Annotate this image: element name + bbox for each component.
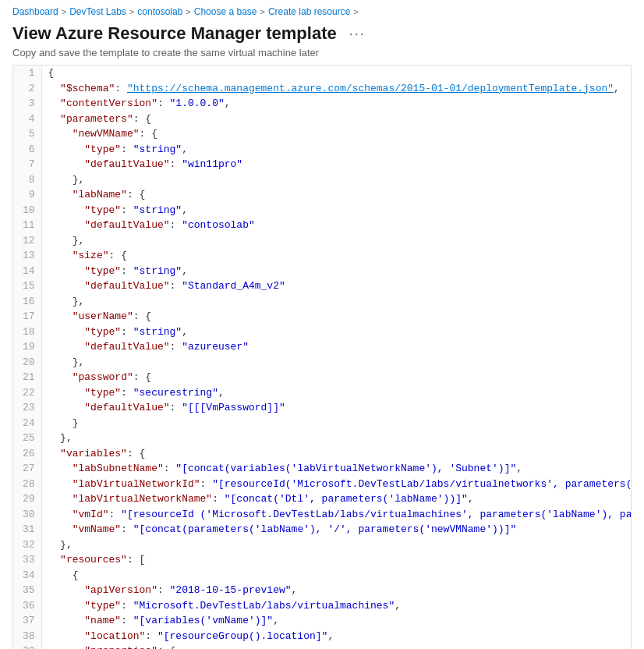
table-row: 34 { [13, 568, 632, 583]
line-number: 8 [13, 172, 41, 188]
line-number: 4 [13, 112, 41, 127]
table-row: 29 "labVirtualNetworkName": "[concat('Dt… [13, 491, 632, 507]
more-options-button[interactable]: ··· [345, 24, 370, 44]
code-container: 1{2 "$schema": "https://schema.managemen… [12, 65, 632, 649]
line-number: 33 [13, 552, 41, 568]
line-number: 39 [13, 644, 41, 649]
line-number: 7 [13, 157, 41, 172]
line-content: "location": "[resourceGroup().location]"… [41, 629, 632, 644]
line-content: }, [41, 172, 632, 188]
line-number: 25 [13, 431, 41, 446]
line-content: "defaultValue": "azureuser" [41, 339, 632, 355]
line-number: 30 [13, 507, 41, 523]
line-content: "variables": { [41, 446, 632, 462]
line-content: "type": "string", [41, 264, 632, 279]
table-row: 15 "defaultValue": "Standard_A4m_v2" [13, 278, 632, 294]
table-row: 31 "vmName": "[concat(parameters('labNam… [13, 522, 632, 537]
line-content: "type": "string", [41, 203, 632, 218]
line-content: "labVirtualNetworkId": "[resourceId('Mic… [41, 477, 632, 492]
table-row: 3 "contentVersion": "1.0.0.0", [13, 96, 632, 112]
table-row: 26 "variables": { [13, 446, 632, 462]
line-number: 17 [13, 309, 41, 324]
table-row: 20 }, [13, 355, 632, 371]
line-content: "type": "string", [41, 142, 632, 158]
page-header: View Azure Resource Manager template ··· [0, 20, 644, 45]
line-number: 38 [13, 629, 41, 644]
line-number: 23 [13, 400, 41, 416]
line-number: 24 [13, 416, 41, 431]
line-number: 12 [13, 233, 41, 249]
line-number: 19 [13, 339, 41, 355]
line-number: 14 [13, 264, 41, 279]
line-number: 2 [13, 81, 41, 97]
table-row: 7 "defaultValue": "win11pro" [13, 157, 632, 172]
breadcrumb-sep-3: > [186, 7, 190, 16]
breadcrumb-contosolab[interactable]: contosolab [137, 6, 182, 17]
table-row: 36 "type": "Microsoft.DevTestLab/labs/vi… [13, 598, 632, 614]
table-row: 13 "size": { [13, 248, 632, 264]
line-content: "vmId": "[resourceId ('Microsoft.DevTest… [41, 507, 632, 523]
breadcrumb-dashboard[interactable]: Dashboard [12, 6, 58, 17]
line-content: "size": { [41, 248, 632, 264]
table-row: 22 "type": "securestring", [13, 385, 632, 401]
line-number: 18 [13, 324, 41, 340]
line-content: "password": { [41, 370, 632, 385]
line-content: "defaultValue": "contosolab" [41, 218, 632, 233]
table-row: 11 "defaultValue": "contosolab" [13, 218, 632, 233]
line-number: 27 [13, 461, 41, 477]
table-row: 17 "userName": { [13, 309, 632, 324]
table-row: 6 "type": "string", [13, 142, 632, 158]
table-row: 25 }, [13, 431, 632, 446]
line-number: 15 [13, 278, 41, 294]
table-row: 30 "vmId": "[resourceId ('Microsoft.DevT… [13, 507, 632, 523]
line-content: "properties": { [41, 644, 632, 649]
line-number: 35 [13, 583, 41, 598]
line-number: 1 [13, 66, 41, 81]
line-content: "apiVersion": "2018-10-15-preview", [41, 583, 632, 598]
line-content: }, [41, 233, 632, 249]
table-row: 14 "type": "string", [13, 264, 632, 279]
table-row: 16 }, [13, 294, 632, 310]
breadcrumb-create-lab[interactable]: Create lab resource [268, 6, 350, 17]
line-number: 28 [13, 477, 41, 492]
table-row: 5 "newVMName": { [13, 126, 632, 142]
line-number: 22 [13, 385, 41, 401]
line-content: "labVirtualNetworkName": "[concat('Dtl',… [41, 491, 632, 507]
breadcrumb-sep-1: > [62, 7, 66, 16]
line-content: "defaultValue": "win11pro" [41, 157, 632, 172]
line-number: 34 [13, 568, 41, 583]
page-subtitle: Copy and save the template to create the… [0, 45, 644, 65]
table-row: 18 "type": "string", [13, 324, 632, 340]
line-content: "labSubnetName": "[concat(variables('lab… [41, 461, 632, 477]
line-number: 31 [13, 522, 41, 537]
line-content: }, [41, 355, 632, 371]
table-row: 39 "properties": { [13, 644, 632, 649]
table-row: 35 "apiVersion": "2018-10-15-preview", [13, 583, 632, 598]
line-content: } [41, 416, 632, 431]
line-number: 32 [13, 537, 41, 553]
page-title: View Azure Resource Manager template [12, 23, 337, 44]
table-row: 2 "$schema": "https://schema.management.… [13, 81, 632, 97]
line-content: { [41, 66, 632, 81]
breadcrumb-sep-4: > [260, 7, 265, 16]
table-row: 8 }, [13, 172, 632, 188]
breadcrumb-choose-base[interactable]: Choose a base [194, 6, 257, 17]
table-row: 23 "defaultValue": "[[[VmPassword]]" [13, 400, 632, 416]
line-content: "parameters": { [41, 112, 632, 127]
line-number: 21 [13, 370, 41, 385]
line-number: 11 [13, 218, 41, 233]
line-number: 16 [13, 294, 41, 310]
breadcrumb-devtestlabs[interactable]: DevTest Labs [69, 6, 126, 17]
line-content: "vmName": "[concat(parameters('labName')… [41, 522, 632, 537]
table-row: 24 } [13, 416, 632, 431]
line-content: "type": "Microsoft.DevTestLab/labs/virtu… [41, 598, 632, 614]
line-content: "labName": { [41, 187, 632, 203]
table-row: 1{ [13, 66, 632, 81]
table-row: 37 "name": "[variables('vmName')]", [13, 613, 632, 629]
table-row: 38 "location": "[resourceGroup().locatio… [13, 629, 632, 644]
line-content: }, [41, 537, 632, 553]
line-content: { [41, 568, 632, 583]
code-table: 1{2 "$schema": "https://schema.managemen… [13, 66, 632, 649]
table-row: 33 "resources": [ [13, 552, 632, 568]
line-content: "defaultValue": "[[[VmPassword]]" [41, 400, 632, 416]
